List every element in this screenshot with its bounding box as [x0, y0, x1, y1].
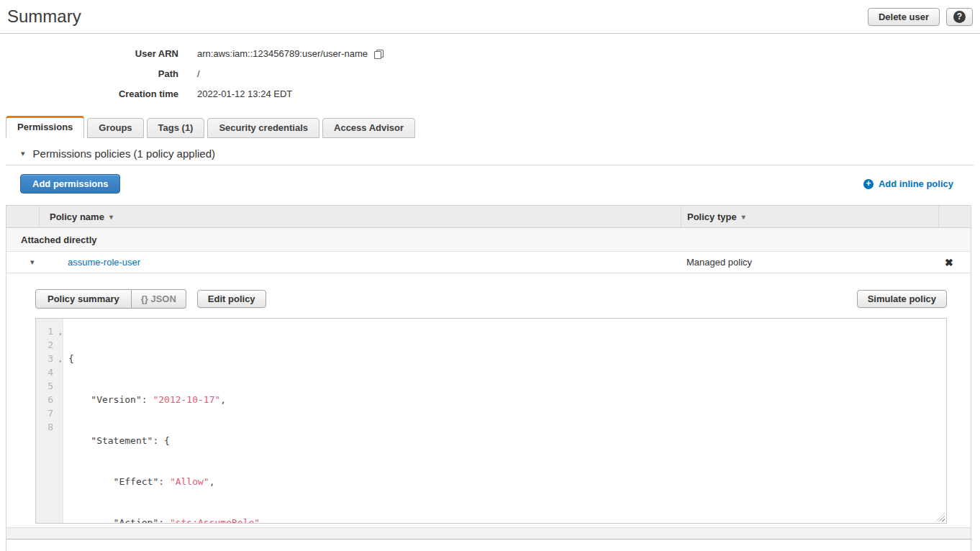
- actions-column-header: [938, 206, 971, 227]
- header-actions: Delete user ?: [868, 8, 973, 26]
- line-number: 7: [36, 406, 63, 420]
- expanded-row-footer: [6, 527, 971, 539]
- add-permissions-button[interactable]: Add permissions: [20, 174, 120, 193]
- policy-table: Policy name ▾ Policy type ▾ Attached dir…: [6, 205, 971, 551]
- heading-divider: [6, 165, 974, 165]
- code-line: "Effect": "Allow",: [68, 475, 946, 488]
- delete-user-button[interactable]: Delete user: [868, 8, 940, 26]
- path-label: Path: [0, 64, 178, 84]
- policy-type-cell: Managed policy: [681, 257, 938, 268]
- edit-policy-button[interactable]: Edit policy: [197, 290, 266, 308]
- tab-security-credentials[interactable]: Security credentials: [207, 118, 319, 138]
- line-number: 8: [36, 420, 63, 434]
- user-arn-label: User ARN: [0, 44, 178, 64]
- expand-column-header: [6, 206, 40, 227]
- user-arn-value: arn:aws:iam::123456789:user/user-name: [197, 44, 368, 64]
- policy-detail-panel: Policy summary {} JSON Edit policy Simul…: [6, 273, 971, 524]
- question-mark-icon: ?: [953, 11, 966, 23]
- detail-row-user-arn: User ARN arn:aws:iam::123456789:user/use…: [0, 44, 980, 64]
- code-line: {: [68, 352, 946, 365]
- sort-arrow-icon: ▾: [109, 213, 113, 221]
- group-row-attached-directly: Attached directly: [6, 228, 971, 252]
- line-number: 4: [36, 365, 63, 379]
- line-number: 2: [36, 338, 63, 352]
- code-line: "Version": "2012-10-17",: [68, 393, 946, 406]
- page-header: Summary Delete user ?: [0, 0, 980, 34]
- tab-bar: Permissions Groups Tags (1) Security cre…: [6, 116, 980, 138]
- tab-access-advisor[interactable]: Access Advisor: [322, 118, 415, 138]
- tab-tags[interactable]: Tags (1): [147, 118, 205, 138]
- collapse-arrow-icon: ▾: [21, 149, 25, 158]
- tab-permissions[interactable]: Permissions: [6, 116, 84, 138]
- policy-name-header-label: Policy name: [50, 211, 104, 222]
- remove-policy-x-icon[interactable]: ✖: [938, 257, 971, 268]
- policy-json-editor: 1▾ 2 3▾ 4 5 6 7 8 { "Version": "2012-10-…: [35, 318, 947, 524]
- sort-arrow-icon: ▾: [742, 213, 745, 221]
- editor-line-number-gutter: 1▾ 2 3▾ 4 5 6 7 8: [36, 319, 63, 523]
- code-line: "Action": "sts:AssumeRole",: [68, 516, 946, 523]
- policy-actions-row: Add permissions + Add inline policy: [20, 174, 953, 193]
- policy-table-header: Policy name ▾ Policy type ▾: [6, 205, 971, 228]
- policy-summary-toggle-button[interactable]: Policy summary: [35, 289, 132, 309]
- page-title: Summary: [7, 6, 81, 27]
- json-code-area[interactable]: { "Version": "2012-10-17", "Statement": …: [63, 319, 946, 523]
- permissions-policies-heading[interactable]: ▾ Permissions policies (1 policy applied…: [21, 147, 974, 160]
- help-button[interactable]: ?: [946, 8, 973, 26]
- iam-user-summary-page: Summary Delete user ? User ARN arn:aws:i…: [0, 0, 980, 551]
- path-value: /: [197, 64, 200, 84]
- line-number: 1▾: [36, 324, 63, 338]
- policy-name-link[interactable]: assume-role-user: [68, 257, 140, 268]
- user-arn-value-wrap: arn:aws:iam::123456789:user/user-name: [197, 44, 384, 64]
- permissions-policies-heading-label: Permissions policies (1 policy applied): [33, 147, 215, 160]
- line-number: 5: [36, 379, 63, 393]
- creation-time-label: Creation time: [0, 84, 178, 104]
- code-line: "Statement": {: [68, 434, 946, 447]
- plus-icon: +: [863, 179, 874, 189]
- policy-type-header-label: Policy type: [687, 211, 737, 222]
- creation-time-value: 2022-01-12 13:24 EDT: [197, 84, 292, 104]
- policy-name-cell: assume-role-user: [40, 257, 681, 268]
- policy-view-controls: Policy summary {} JSON Edit policy: [35, 289, 266, 309]
- row-expand-arrow-icon[interactable]: ▾: [6, 258, 40, 267]
- line-number: 3▾: [36, 352, 63, 365]
- copy-icon[interactable]: [373, 49, 384, 60]
- policy-table-row: ▾ assume-role-user Managed policy ✖: [6, 252, 971, 273]
- policy-type-column-header[interactable]: Policy type ▾: [681, 206, 938, 227]
- tab-groups[interactable]: Groups: [87, 118, 143, 138]
- policy-name-column-header[interactable]: Policy name ▾: [40, 206, 681, 227]
- policy-detail-toolbar: Policy summary {} JSON Edit policy Simul…: [35, 289, 947, 309]
- line-number: 6: [36, 393, 63, 406]
- add-inline-policy-link[interactable]: + Add inline policy: [863, 178, 953, 189]
- detail-row-path: Path /: [0, 64, 980, 84]
- detail-row-creation-time: Creation time 2022-01-12 13:24 EDT: [0, 84, 980, 104]
- user-details: User ARN arn:aws:iam::123456789:user/use…: [0, 44, 980, 104]
- json-toggle-button[interactable]: {} JSON: [132, 289, 186, 309]
- simulate-policy-button[interactable]: Simulate policy: [857, 290, 947, 308]
- add-inline-policy-label: Add inline policy: [879, 178, 953, 189]
